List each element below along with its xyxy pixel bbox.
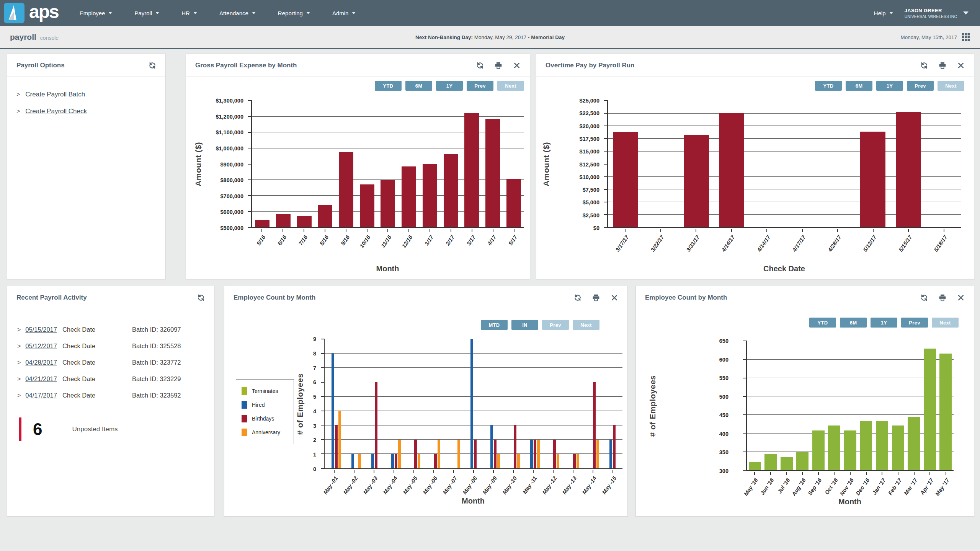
range-button-ytd[interactable]: YTD — [375, 81, 402, 91]
link-create-payroll-batch[interactable]: Create Payroll Batch — [25, 91, 85, 98]
recent-payroll-activity-panel: Recent Payroll Activity >05/15/2017Check… — [7, 286, 214, 517]
print-icon[interactable] — [495, 62, 502, 69]
range-button-1y[interactable]: 1Y — [876, 81, 903, 91]
help-label: Help — [874, 10, 886, 16]
user-menu[interactable]: JASON GREER UNIVERSAL WIRELESS INC — [905, 8, 969, 19]
y-axis-label: # of Employees — [648, 375, 657, 437]
activity-batch-id: Batch ID: 323772 — [132, 359, 181, 366]
close-icon[interactable] — [513, 62, 521, 69]
bar — [812, 430, 825, 470]
bars — [252, 101, 524, 227]
y-tick-label: 9 — [313, 336, 316, 342]
range-button-prev[interactable]: Prev — [901, 318, 928, 328]
range-button-prev[interactable]: Prev — [542, 320, 569, 330]
nav-item-hr[interactable]: HR — [181, 10, 197, 16]
banking-holiday: - Memorial Day — [528, 34, 565, 40]
range-button-next[interactable]: Next — [932, 318, 959, 328]
range-button-prev[interactable]: Prev — [467, 81, 493, 91]
refresh-icon[interactable] — [476, 62, 484, 69]
bar — [276, 214, 291, 227]
aps-logo-icon[interactable] — [4, 3, 24, 23]
x-tick-label: May -09 — [481, 475, 498, 496]
bar — [464, 113, 479, 227]
y-tick-mark — [743, 470, 747, 471]
nav-item-label: Admin — [332, 10, 349, 16]
nav-item-attendance[interactable]: Attendance — [219, 10, 256, 16]
bar-slot — [503, 101, 524, 227]
bar-slot — [440, 101, 461, 227]
y-tick-label: $15,000 — [580, 148, 599, 155]
bar-slot — [543, 339, 563, 468]
range-button-next[interactable]: Next — [573, 320, 599, 330]
overtime-pay-chart: YTD6M1YPrevNext Amount ($) $25,000$22,50… — [536, 77, 974, 279]
nav-item-label: Reporting — [278, 10, 303, 16]
bar — [896, 112, 921, 227]
bar-slot — [523, 339, 543, 468]
bar — [506, 179, 521, 227]
print-icon[interactable] — [939, 62, 946, 69]
bar-anniversary — [418, 454, 420, 468]
activity-date-link[interactable]: 04/17/2017 — [25, 392, 57, 399]
bar-slot — [294, 101, 315, 227]
refresh-icon[interactable] — [149, 62, 156, 69]
range-button-ytd[interactable]: YTD — [815, 81, 842, 91]
bar-slot — [273, 101, 294, 227]
range-button-next[interactable]: Next — [497, 81, 524, 91]
page-subtitle: console — [40, 33, 59, 41]
bar-anniversary — [557, 454, 559, 468]
activity-date-link[interactable]: 04/21/2017 — [25, 375, 57, 383]
range-button-mtd[interactable]: MTD — [481, 320, 508, 330]
close-icon[interactable] — [611, 294, 618, 302]
x-tick-label: 4/14/17 — [720, 234, 736, 253]
current-date: Monday, May 15th, 2017 — [900, 34, 957, 40]
legend-item-hired: Hired — [242, 398, 288, 412]
close-icon[interactable] — [957, 62, 965, 69]
help-menu[interactable]: Help — [874, 10, 893, 16]
y-tick-label: 650 — [719, 338, 728, 344]
refresh-icon[interactable] — [920, 62, 928, 69]
activity-date-link[interactable]: 05/12/2017 — [25, 342, 57, 350]
y-tick-mark — [743, 396, 747, 397]
bar-slot — [377, 101, 399, 227]
range-button-prev[interactable]: Prev — [907, 81, 934, 91]
refresh-icon[interactable] — [197, 294, 205, 302]
nav-item-payroll[interactable]: Payroll — [134, 10, 159, 16]
range-button-6m[interactable]: 6M — [840, 318, 867, 328]
range-button-1y[interactable]: 1Y — [436, 81, 463, 91]
y-tick-mark — [743, 433, 747, 434]
legend-swatch — [242, 415, 247, 422]
x-tick-label: May -14 — [581, 475, 598, 496]
grid-icon[interactable] — [962, 33, 970, 41]
refresh-icon[interactable] — [574, 294, 581, 302]
y-tick-label: $700,000 — [220, 193, 243, 199]
link-create-payroll-check[interactable]: Create Payroll Check — [25, 108, 87, 115]
bars — [325, 339, 622, 468]
bar-anniversary — [497, 454, 500, 468]
refresh-icon[interactable] — [920, 294, 928, 302]
y-tick-mark — [248, 179, 252, 180]
x-axis-label: Month — [746, 497, 954, 506]
x-tick: 3/17 — [461, 229, 482, 265]
range-button-6m[interactable]: 6M — [405, 81, 432, 91]
range-button-in[interactable]: IN — [511, 320, 538, 330]
print-icon[interactable] — [592, 294, 600, 302]
activity-date-link[interactable]: 04/28/2017 — [25, 359, 57, 366]
print-icon[interactable] — [939, 294, 946, 302]
bar-slot — [874, 341, 890, 470]
bar — [684, 135, 709, 227]
y-tick-label: $1,200,000 — [216, 114, 243, 120]
range-button-6m[interactable]: 6M — [846, 81, 872, 91]
range-button-1y[interactable]: 1Y — [871, 318, 897, 328]
range-button-ytd[interactable]: YTD — [809, 318, 836, 328]
panel-title: Payroll Options — [16, 62, 65, 69]
nav-item-employee[interactable]: Employee — [80, 10, 113, 16]
y-tick-mark — [321, 425, 325, 425]
nav-item-reporting[interactable]: Reporting — [278, 10, 310, 16]
close-icon[interactable] — [957, 294, 965, 302]
bar-slot — [603, 339, 622, 468]
range-button-next[interactable]: Next — [938, 81, 964, 91]
nav-item-admin[interactable]: Admin — [332, 10, 356, 16]
activity-date-link[interactable]: 05/15/2017 — [25, 326, 57, 333]
chevron-right-icon: > — [17, 343, 21, 350]
bar — [360, 184, 374, 227]
